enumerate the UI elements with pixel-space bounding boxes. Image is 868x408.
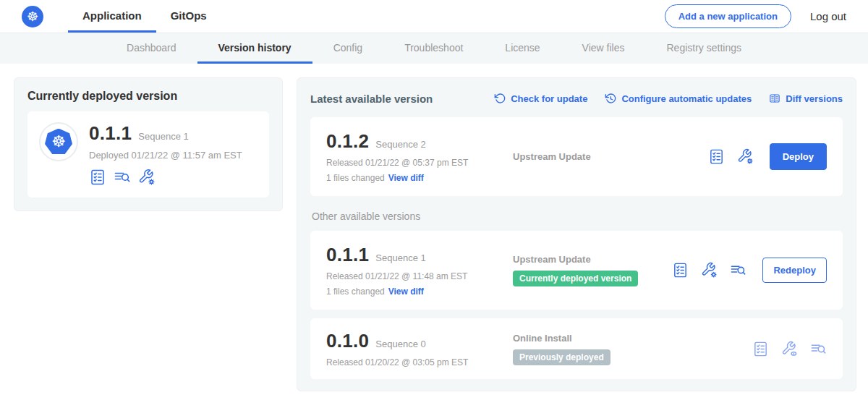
preflight-checklist-icon[interactable] <box>89 169 106 186</box>
view-diff-link[interactable]: View diff <box>388 173 424 183</box>
sequence-label: Sequence 1 <box>375 252 425 263</box>
redeploy-button[interactable]: Redeploy <box>762 258 827 283</box>
version-row-0-1-0: 0.1.0 Sequence 0 Released 01/20/22 @ 03:… <box>310 318 843 379</box>
version-history-panel: Latest available version Check for updat… <box>297 77 856 391</box>
files-changed-label: 1 files changed <box>326 286 385 297</box>
version-number: 0.1.1 <box>326 244 369 266</box>
deployed-date: Deployed 01/21/22 @ 11:57 am EST <box>89 150 242 161</box>
view-logs-icon[interactable] <box>810 341 827 357</box>
deployed-version-number: 0.1.1 <box>89 122 132 145</box>
previously-deployed-badge: Previously deployed <box>513 349 610 365</box>
top-header: ☸ Application GitOps Add a new applicati… <box>0 0 868 33</box>
app-tabs: Application GitOps <box>68 0 221 33</box>
add-new-application-button[interactable]: Add a new application <box>665 4 791 28</box>
released-date: Released 01/20/22 @ 03:05 pm EST <box>326 357 513 367</box>
diff-icon <box>769 93 780 104</box>
released-date: Released 01/21/22 @ 05:37 pm EST <box>326 158 513 168</box>
edit-config-icon[interactable] <box>701 262 718 279</box>
subnav-tab-config[interactable]: Config <box>312 33 383 64</box>
subnav-tab-troubleshoot[interactable]: Troubleshoot <box>383 33 484 64</box>
deployed-sequence-label: Sequence 1 <box>138 131 188 142</box>
edit-config-icon[interactable] <box>138 169 156 186</box>
version-row-0-1-2: 0.1.2 Sequence 2 Released 01/21/22 @ 05:… <box>310 117 843 196</box>
subnav-tab-dashboard[interactable]: Dashboard <box>106 33 197 64</box>
version-source: Upstream Update <box>513 254 672 265</box>
kubernetes-logo-icon[interactable]: ☸ <box>22 6 43 27</box>
subnav-tab-license[interactable]: License <box>484 33 561 64</box>
version-source: Upstream Update <box>513 151 708 162</box>
logout-button[interactable]: Log out <box>810 10 846 22</box>
version-number: 0.1.0 <box>326 330 369 352</box>
tab-gitops[interactable]: GitOps <box>156 0 221 33</box>
version-row-0-1-1: 0.1.1 Sequence 1 Released 01/21/22 @ 11:… <box>310 231 843 310</box>
check-for-update-label: Check for update <box>511 93 587 104</box>
app-subnav: Dashboard Version history Config Trouble… <box>0 33 868 64</box>
version-source: Online Install <box>513 333 752 344</box>
refresh-icon <box>494 93 506 104</box>
preflight-checklist-icon[interactable] <box>708 148 725 165</box>
currently-deployed-badge: Currently deployed version <box>513 271 638 286</box>
edit-config-icon[interactable] <box>737 148 754 165</box>
released-date: Released 01/21/22 @ 11:48 am EST <box>326 271 513 281</box>
deploy-button[interactable]: Deploy <box>770 143 827 170</box>
subnav-tab-version-history[interactable]: Version history <box>197 33 312 64</box>
kubernetes-wheel-icon: ☸ <box>45 129 72 156</box>
view-logs-icon[interactable] <box>730 262 746 279</box>
files-changed-label: 1 files changed <box>326 173 385 183</box>
preflight-checklist-icon[interactable] <box>752 341 769 357</box>
sequence-label: Sequence 0 <box>375 339 425 349</box>
configure-automatic-updates-label: Configure automatic updates <box>621 93 752 104</box>
version-number: 0.1.2 <box>326 130 369 153</box>
latest-version-title: Latest available version <box>310 93 433 105</box>
currently-deployed-card: ☸ 0.1.1 Sequence 1 Deployed 01/21/22 @ 1… <box>27 111 269 197</box>
subnav-tab-registry-settings[interactable]: Registry settings <box>646 33 762 64</box>
diff-versions-label: Diff versions <box>786 93 843 104</box>
view-logs-icon[interactable] <box>114 169 131 186</box>
currently-deployed-title: Currently deployed version <box>27 90 269 103</box>
history-icon <box>605 93 616 104</box>
subnav-tab-view-files[interactable]: View files <box>561 33 646 64</box>
sequence-label: Sequence 2 <box>375 139 425 150</box>
currently-deployed-panel: Currently deployed version ☸ 0.1.1 Seque… <box>14 77 283 211</box>
app-logo: ☸ <box>39 122 78 161</box>
other-versions-title: Other available versions <box>312 211 843 222</box>
view-diff-link[interactable]: View diff <box>388 286 424 297</box>
check-for-update-link[interactable]: Check for update <box>494 93 587 104</box>
diff-versions-link[interactable]: Diff versions <box>769 93 843 104</box>
configure-automatic-updates-link[interactable]: Configure automatic updates <box>605 93 752 104</box>
preflight-checklist-icon[interactable] <box>672 262 689 279</box>
tab-application[interactable]: Application <box>68 0 156 33</box>
view-config-icon[interactable] <box>781 341 798 357</box>
